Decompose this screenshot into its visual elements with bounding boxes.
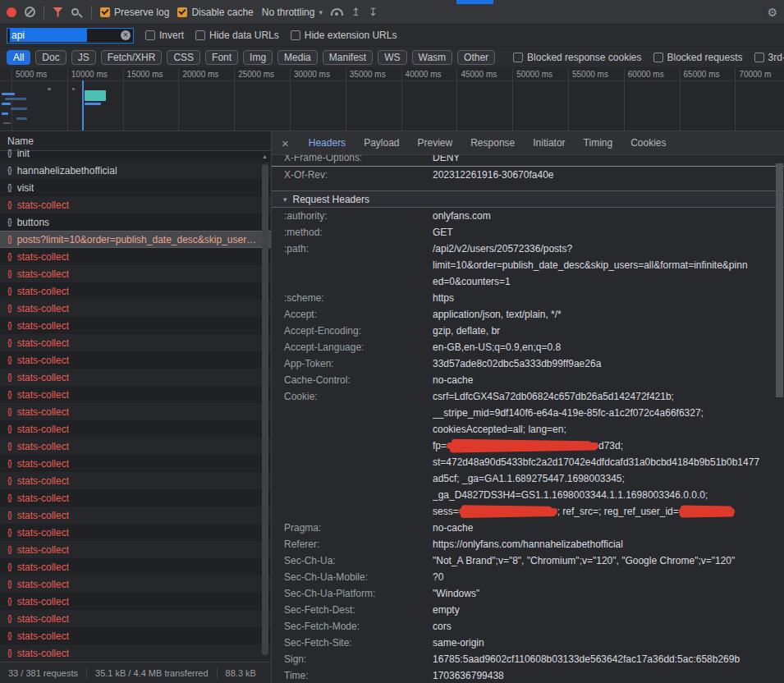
request-row[interactable]: {} stats-collect xyxy=(0,558,271,575)
export-har-icon[interactable]: ↧ xyxy=(369,7,378,17)
request-row[interactable]: {} stats-collect xyxy=(0,455,271,472)
blocked-requests-checkbox[interactable]: Blocked requests xyxy=(653,52,743,63)
header-value: "Windows" xyxy=(433,585,784,602)
preserve-log-checkbox[interactable]: Preserve log xyxy=(100,7,169,18)
filter-pill-manifest[interactable]: Manifest xyxy=(323,50,373,65)
header-row: X-Frame-Options: DENY xyxy=(272,155,784,167)
throttling-select[interactable]: No throttling ▾ xyxy=(262,7,323,18)
scrollbar-thumb[interactable] xyxy=(776,163,783,397)
request-row[interactable]: {} stats-collect xyxy=(0,438,271,455)
request-row[interactable]: {} stats-collect xyxy=(0,282,271,300)
request-row[interactable]: {} stats-collect xyxy=(0,196,271,213)
request-row[interactable]: {} hannahelizabethofficial xyxy=(0,162,271,179)
json-icon: {} xyxy=(7,580,11,589)
request-row[interactable]: {} stats-collect xyxy=(0,386,271,403)
third-party-requests-checkbox[interactable]: 3rd-party requests xyxy=(754,52,784,63)
overview-bar xyxy=(85,103,101,105)
header-value: 33d57ade8c02dbc5a333db99ff9ae26a xyxy=(433,355,784,372)
filter-pill-js[interactable]: JS xyxy=(71,50,96,65)
request-row[interactable]: {} stats-collect xyxy=(0,317,271,334)
request-row[interactable]: {} stats-collect xyxy=(0,248,271,265)
tab-payload[interactable]: Payload xyxy=(364,137,399,149)
scroll-up-icon[interactable]: ▲ xyxy=(262,154,268,159)
clear-filter-icon[interactable]: × xyxy=(121,30,131,40)
filter-pill-wasm[interactable]: Wasm xyxy=(412,50,453,65)
tab-timing[interactable]: Timing xyxy=(584,137,613,149)
request-row[interactable]: {} stats-collect xyxy=(0,524,271,541)
header-name: Accept: xyxy=(272,306,433,323)
request-row[interactable]: {} stats-collect xyxy=(0,507,271,524)
overview-timeline: 5000 ms10000 ms15000 ms20000 ms25000 ms3… xyxy=(0,68,784,131)
section-title: Request Headers xyxy=(293,194,369,205)
json-icon: {} xyxy=(7,631,11,640)
request-row[interactable]: {} stats-collect xyxy=(0,541,271,558)
request-headers-section[interactable]: ▾ Request Headers xyxy=(272,190,784,208)
tab-cookies[interactable]: Cookies xyxy=(630,137,666,149)
filter-pill-media[interactable]: Media xyxy=(277,50,318,65)
hide-data-urls-checkbox[interactable]: Hide data URLs xyxy=(195,30,279,41)
header-value: 1703636799438 xyxy=(433,667,784,683)
invert-checkbox[interactable]: Invert xyxy=(145,30,184,41)
json-icon: {} xyxy=(7,183,11,192)
filter-input[interactable]: api × xyxy=(7,28,134,44)
header-row: Cookie: csrf=LdfcGX4Sa72db06824c657db26a… xyxy=(272,388,784,520)
request-name: stats-collect xyxy=(17,527,69,539)
request-row[interactable]: {} init xyxy=(0,144,271,162)
request-row[interactable]: {} stats-collect xyxy=(0,420,271,438)
request-row[interactable]: {} posts?limit=10&order=publish_date_des… xyxy=(0,231,271,248)
close-icon[interactable]: × xyxy=(282,136,289,150)
request-row[interactable]: {} stats-collect xyxy=(0,610,271,627)
record-icon[interactable] xyxy=(7,7,16,17)
filter-icon[interactable] xyxy=(53,7,63,17)
request-row[interactable]: {} stats-collect xyxy=(0,627,271,644)
preserve-log-label: Preserve log xyxy=(114,7,169,18)
redaction-scribble xyxy=(447,442,598,449)
filter-pill-fetch-xhr[interactable]: Fetch/XHR xyxy=(101,50,163,65)
request-row[interactable]: {} stats-collect xyxy=(0,351,271,369)
request-row[interactable]: {} stats-collect xyxy=(0,593,271,610)
header-name: Sec-Fetch-Dest: xyxy=(272,602,433,618)
filter-pill-other[interactable]: Other xyxy=(457,50,495,65)
network-conditions-icon[interactable] xyxy=(331,8,343,16)
tab-preview[interactable]: Preview xyxy=(418,137,453,149)
filter-pill-font[interactable]: Font xyxy=(205,50,238,65)
gear-icon[interactable]: ⚙ xyxy=(767,6,777,19)
disable-cache-checkbox[interactable]: Disable cache xyxy=(177,7,253,18)
scrollbar-thumb[interactable] xyxy=(262,164,268,655)
devtools-network-panel: Preserve log Disable cache No throttling… xyxy=(0,0,784,683)
import-har-icon[interactable]: ↥ xyxy=(351,7,360,17)
filter-pill-img[interactable]: Img xyxy=(243,50,273,65)
blue-indicator xyxy=(456,0,493,4)
search-icon[interactable] xyxy=(71,8,79,16)
header-row: Sign: 16785:5aad9602cf110608b03133de5636… xyxy=(272,651,784,667)
request-row[interactable]: {} stats-collect xyxy=(0,644,271,662)
request-row[interactable]: {} stats-collect xyxy=(0,369,271,386)
request-row[interactable]: {} stats-collect xyxy=(0,489,271,507)
time-label: 30000 ms xyxy=(290,68,346,131)
request-row[interactable]: {} stats-collect xyxy=(0,472,271,489)
request-row[interactable]: {} visit xyxy=(0,179,271,196)
details-scrollbar xyxy=(776,157,783,681)
overview-timeline-strip[interactable]: 5000 ms10000 ms15000 ms20000 ms25000 ms3… xyxy=(0,68,784,131)
json-icon: {} xyxy=(7,252,11,261)
filter-pill-css[interactable]: CSS xyxy=(167,50,200,65)
filter-pill-all[interactable]: All xyxy=(7,50,30,65)
filter-pill-doc[interactable]: Doc xyxy=(35,50,66,65)
request-row[interactable]: {} stats-collect xyxy=(0,334,271,351)
request-name: stats-collect xyxy=(17,372,69,383)
clear-network-log-icon[interactable] xyxy=(25,7,35,17)
tab-initiator[interactable]: Initiator xyxy=(533,137,565,149)
request-row[interactable]: {} stats-collect xyxy=(0,300,271,317)
request-row[interactable]: {} stats-collect xyxy=(0,265,271,282)
hide-extension-urls-checkbox[interactable]: Hide extension URLs xyxy=(291,30,397,41)
blocked-response-cookies-checkbox[interactable]: Blocked response cookies xyxy=(513,52,641,63)
request-row[interactable]: {} stats-collect xyxy=(0,403,271,420)
request-row[interactable]: {} stats-collect xyxy=(0,575,271,593)
request-row[interactable]: {} buttons xyxy=(0,213,271,231)
tab-response[interactable]: Response xyxy=(470,137,515,149)
tab-headers[interactable]: Headers xyxy=(309,137,346,149)
header-value: no-cache xyxy=(433,520,784,536)
request-name: stats-collect xyxy=(17,458,69,470)
filter-pill-ws[interactable]: WS xyxy=(378,50,406,65)
request-name: stats-collect xyxy=(17,389,69,401)
